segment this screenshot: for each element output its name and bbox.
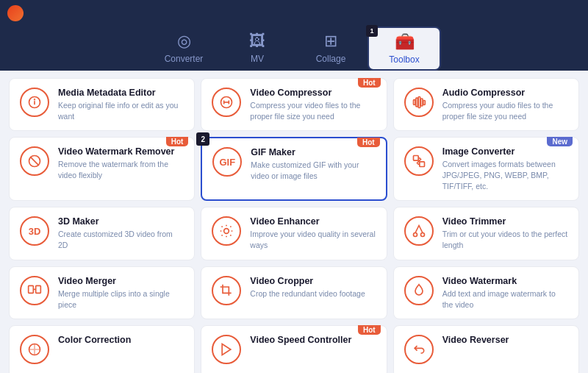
tool-icon-video-enhancer [212, 216, 241, 246]
tool-card-audio-compressor[interactable]: Audio Compressor Compress your audio fil… [393, 78, 579, 131]
tool-card-video-watermark-remover[interactable]: Hot Video Watermark Remover Remove the w… [9, 137, 195, 201]
tool-desc-gif-maker: Make customized GIF with your video or i… [251, 160, 375, 181]
badge-video-compressor: Hot [358, 78, 381, 88]
tool-desc-video-enhancer: Improve your video quality in several wa… [250, 229, 376, 250]
tool-info-3d-maker: 3D Maker Create customized 3D video from… [58, 216, 184, 250]
svg-point-17 [413, 233, 417, 237]
tool-card-video-speed-controller[interactable]: Hot Video Speed Controller [201, 325, 387, 373]
svg-point-18 [420, 233, 424, 237]
tool-card-color-correction[interactable]: Color Correction [9, 325, 195, 373]
step-badge-gif-maker: 2 [196, 132, 209, 146]
tool-card-image-converter[interactable]: New Image Converter Convert images forma… [393, 137, 579, 201]
tool-desc-video-watermark: Add text and image watermark to the vide… [442, 288, 568, 310]
app-logo [7, 5, 24, 21]
badge-video-watermark-remover: Hot [166, 137, 189, 146]
badge-video-speed-controller: Hot [358, 325, 381, 335]
nav-collage[interactable]: ⊞ Collage [294, 26, 368, 71]
collage-label: Collage [316, 54, 346, 64]
tool-card-video-watermark[interactable]: Video Watermark Add text and image water… [393, 266, 579, 319]
tool-info-video-cropper: Video Cropper Crop the redundant video f… [250, 276, 376, 299]
tool-card-video-enhancer[interactable]: Video Enhancer Improve your video qualit… [201, 207, 387, 260]
tool-info-video-trimmer: Video Trimmer Trim or cut your videos to… [442, 216, 568, 250]
svg-point-16 [224, 229, 229, 234]
tool-icon-media-metadata-editor [20, 88, 49, 117]
tool-name-video-compressor: Video Compressor [250, 88, 376, 98]
tool-name-3d-maker: 3D Maker [58, 216, 184, 227]
tool-info-video-enhancer: Video Enhancer Improve your video qualit… [250, 216, 376, 250]
tool-card-video-compressor[interactable]: Hot Video Compressor Compress your video… [201, 78, 387, 131]
tool-name-video-enhancer: Video Enhancer [250, 216, 376, 227]
converter-icon: ◎ [177, 32, 191, 51]
gif-text-icon: GIF [219, 157, 235, 168]
tool-info-video-watermark-remover: Video Watermark Remover Remove the water… [58, 146, 184, 180]
badge-gif-maker: Hot [357, 138, 380, 147]
tool-card-video-reverser[interactable]: Video Reverser [393, 325, 579, 373]
svg-rect-10 [420, 99, 423, 106]
svg-rect-11 [423, 101, 425, 105]
svg-line-13 [30, 157, 39, 166]
tool-icon-video-merger [20, 276, 49, 305]
tool-icon-video-compressor [212, 88, 241, 117]
title-bar [0, 0, 588, 26]
tool-card-gif-maker[interactable]: 2 Hot GIF GIF Maker Make customized GIF … [201, 137, 387, 201]
tool-info-video-merger: Video Merger Merge multiple clips into a… [58, 276, 184, 310]
tool-name-video-reverser: Video Reverser [442, 335, 568, 345]
svg-rect-8 [415, 98, 417, 107]
tool-name-image-converter: Image Converter [442, 146, 568, 157]
nav-converter[interactable]: ◎ Converter [147, 26, 220, 71]
tool-card-video-trimmer[interactable]: Video Trimmer Trim or cut your videos to… [393, 207, 579, 260]
tool-icon-video-watermark [404, 276, 434, 305]
tool-icon-video-speed-controller [212, 335, 241, 364]
mv-label: MV [251, 54, 264, 64]
tool-desc-video-compressor: Compress your video files to the proper … [250, 100, 376, 121]
tool-name-video-trimmer: Video Trimmer [442, 216, 568, 227]
tool-icon-color-correction [20, 335, 49, 364]
tool-icon-video-cropper [212, 276, 241, 305]
tool-card-media-metadata-editor[interactable]: Media Metadata Editor Keep original file… [9, 78, 195, 131]
tool-desc-3d-maker: Create customized 3D video from 2D [58, 229, 184, 250]
tool-icon-video-trimmer [404, 216, 434, 246]
tool-info-audio-compressor: Audio Compressor Compress your audio fil… [442, 88, 568, 121]
nav-toolbox[interactable]: 🧰 Toolbox 1 [368, 26, 441, 71]
tool-name-audio-compressor: Audio Compressor [442, 88, 568, 98]
tool-desc-video-merger: Merge multiple clips into a single piece [58, 288, 184, 310]
toolbox-label: Toolbox [389, 54, 419, 65]
title-bar-left [7, 5, 29, 21]
svg-marker-22 [222, 344, 231, 355]
tool-desc-video-cropper: Crop the redundant video footage [250, 288, 376, 299]
svg-rect-19 [29, 285, 34, 293]
tool-info-media-metadata-editor: Media Metadata Editor Keep original file… [58, 88, 184, 121]
tool-name-media-metadata-editor: Media Metadata Editor [58, 88, 184, 98]
tools-grid: Media Metadata Editor Keep original file… [9, 78, 579, 373]
step-badge-1: 1 [366, 25, 378, 37]
tool-name-video-watermark: Video Watermark [442, 276, 568, 286]
svg-rect-20 [36, 285, 41, 293]
tool-desc-audio-compressor: Compress your audio files to the proper … [442, 100, 568, 121]
main-content: Media Metadata Editor Keep original file… [0, 71, 588, 373]
svg-rect-9 [418, 97, 420, 108]
tool-desc-video-watermark-remover: Remove the watermark from the video flex… [58, 159, 184, 180]
svg-rect-7 [413, 100, 415, 105]
svg-rect-15 [419, 162, 424, 167]
svg-point-2 [35, 99, 35, 100]
collage-icon: ⊞ [324, 32, 337, 51]
nav-bar: ◎ Converter 🖼 MV ⊞ Collage 🧰 Toolbox 1 [0, 26, 588, 71]
converter-label: Converter [165, 54, 204, 64]
tool-icon-gif-maker: GIF [212, 147, 242, 177]
mv-icon: 🖼 [249, 32, 265, 51]
tool-card-video-merger[interactable]: Video Merger Merge multiple clips into a… [9, 266, 195, 319]
tool-desc-media-metadata-editor: Keep original file info or edit as you w… [58, 100, 184, 121]
tool-desc-image-converter: Convert images formats between JPG/JPEG,… [442, 159, 568, 191]
nav-mv[interactable]: 🖼 MV [220, 26, 294, 71]
tool-name-video-merger: Video Merger [58, 276, 184, 286]
tool-name-gif-maker: GIF Maker [251, 147, 375, 157]
badge-image-converter: New [547, 137, 573, 146]
tool-card-3d-maker[interactable]: 3D 3D Maker Create customized 3D video f… [9, 207, 195, 260]
tool-icon-image-converter [404, 146, 434, 176]
tool-name-video-cropper: Video Cropper [250, 276, 376, 286]
tool-card-video-cropper[interactable]: Video Cropper Crop the redundant video f… [201, 266, 387, 319]
tool-info-video-reverser: Video Reverser [442, 335, 568, 347]
toolbox-icon: 🧰 [395, 32, 415, 51]
tool-icon-audio-compressor [404, 88, 434, 117]
tool-info-video-speed-controller: Video Speed Controller [250, 335, 376, 347]
